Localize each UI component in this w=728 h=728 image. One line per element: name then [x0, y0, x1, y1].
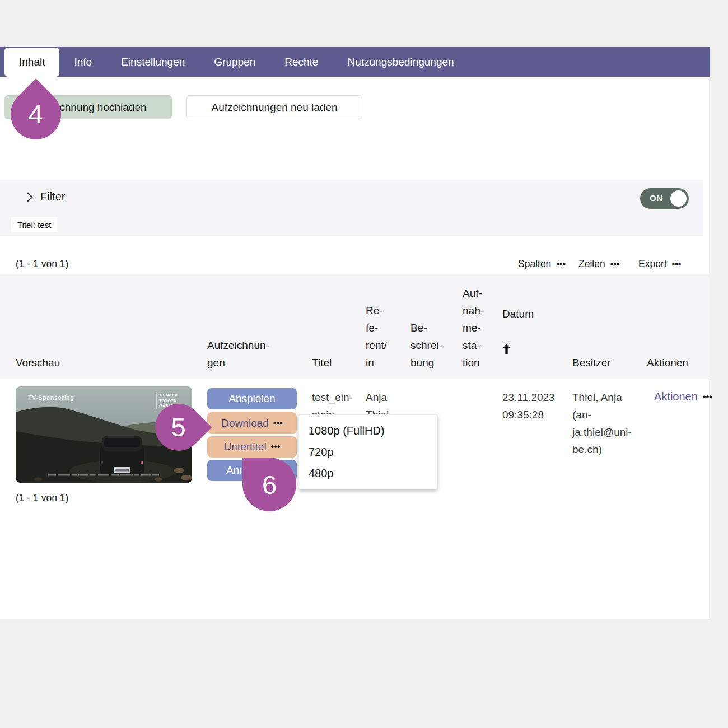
thumbnail-caption: TV-Sponsoring: [28, 394, 74, 401]
marker-number: 6: [262, 472, 277, 498]
columns-label: Spalten: [518, 258, 551, 270]
dropdown-option-1080p[interactable]: 1080p (FullHD): [299, 425, 437, 436]
marker-number: 5: [171, 414, 185, 440]
ellipsis-icon: •••: [610, 260, 620, 269]
ellipsis-icon: •••: [703, 393, 712, 402]
play-label: Abspielen: [228, 393, 275, 405]
tab-rechte[interactable]: Rechte: [270, 47, 333, 77]
col-header-aufnahmestation[interactable]: Auf- nah- me- sta- tion: [463, 284, 484, 371]
export-menu-button[interactable]: Export •••: [638, 258, 681, 270]
ellipsis-icon: •••: [672, 260, 682, 269]
col-header-referentin[interactable]: Re- fe- rent/ in: [366, 302, 387, 371]
dropdown-option-480p[interactable]: 480p: [299, 468, 437, 479]
reload-recordings-button[interactable]: Aufzeichnungen neu laden: [186, 95, 362, 119]
filter-label: Filter: [40, 190, 65, 203]
tab-einstellungen[interactable]: Einstellungen: [106, 47, 199, 77]
step-marker-4: 4: [0, 78, 71, 150]
col-header-aktionen[interactable]: Aktionen: [647, 354, 688, 371]
dropdown-option-720p[interactable]: 720p: [299, 446, 437, 458]
result-count-bottom: (1 - 1 von 1): [16, 492, 68, 504]
filter-chip-titel[interactable]: Titel: test: [11, 217, 57, 232]
col-header-vorschau[interactable]: Vorschau: [16, 354, 60, 371]
rows-menu-button[interactable]: Zeilen •••: [578, 258, 619, 270]
table-header: Vorschau Aufzeichnun- gen Titel Re- fe- …: [0, 274, 709, 379]
chevron-right-icon: [24, 193, 33, 202]
filter-expander[interactable]: Filter: [25, 190, 65, 203]
tab-info[interactable]: Info: [59, 47, 106, 77]
ellipsis-icon: •••: [273, 419, 283, 428]
step-marker-5: 5: [145, 394, 212, 460]
col-header-besitzer[interactable]: Besitzer: [572, 354, 611, 371]
col-header-beschreibung[interactable]: Be- schrei- bung: [410, 319, 442, 371]
columns-menu-button[interactable]: Spalten •••: [518, 258, 566, 270]
ellipsis-icon: •••: [556, 260, 566, 269]
export-label: Export: [638, 258, 667, 270]
download-quality-dropdown: 1080p (FullHD) 720p 480p: [298, 414, 437, 489]
row-actions-label: Aktionen: [654, 390, 698, 403]
toggle-on-label: ON: [650, 193, 663, 203]
tab-nutzungsbedingungen[interactable]: Nutzungsbedingungen: [333, 47, 468, 77]
filter-panel: Filter Titel: test ON: [0, 180, 703, 236]
subtitles-button[interactable]: Untertitel •••: [207, 436, 297, 458]
download-label: Download: [221, 417, 269, 430]
sort-ascending-icon[interactable]: [502, 344, 511, 354]
subtitles-label: Untertitel: [224, 441, 267, 453]
tab-gruppen[interactable]: Gruppen: [199, 47, 270, 77]
cell-besitzer: Thiel, Anja (an- ja.thiel@uni- be.ch): [572, 389, 642, 458]
top-navbar: Inhalt Info Einstellungen Gruppen Rechte…: [0, 47, 710, 77]
step-marker-6: 6: [242, 458, 296, 511]
col-header-aufzeichnungen[interactable]: Aufzeichnun- gen: [207, 337, 269, 371]
datum-label: Datum: [502, 305, 534, 323]
cell-datum: 23.11.2023 09:35:28: [502, 389, 567, 423]
col-header-titel[interactable]: Titel: [312, 354, 332, 371]
marker-number: 4: [28, 101, 43, 127]
col-header-datum[interactable]: Datum: [502, 288, 534, 371]
download-button[interactable]: Download •••: [207, 412, 297, 434]
result-count-top: (1 - 1 von 1): [16, 258, 68, 270]
car-silhouette: [100, 436, 144, 475]
tab-inhalt[interactable]: Inhalt: [4, 48, 59, 77]
filter-toggle[interactable]: ON: [640, 188, 689, 209]
toggle-knob: [670, 190, 687, 207]
ellipsis-icon: •••: [271, 442, 281, 451]
row-actions-button[interactable]: Aktionen •••: [654, 390, 712, 403]
rows-label: Zeilen: [578, 258, 605, 270]
play-button[interactable]: Abspielen: [207, 388, 297, 409]
